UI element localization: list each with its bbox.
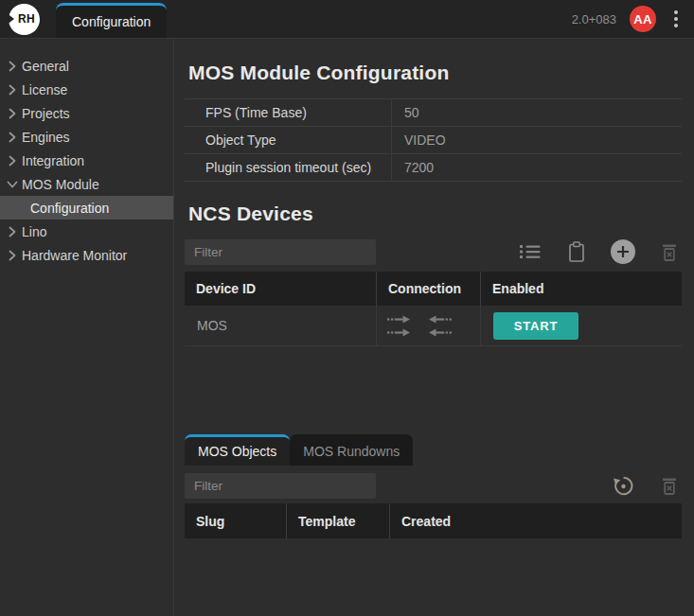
column-header-slug: Slug <box>185 503 287 538</box>
sidebar-item-label: General <box>22 59 69 74</box>
arrow-left-dashed-icon <box>428 315 452 324</box>
config-label: Plugin session timeout (sec) <box>185 154 392 181</box>
chevron-right-icon <box>9 226 22 238</box>
sidebar-item-label: MOS Module <box>22 177 99 192</box>
avatar-initials: AA <box>633 12 651 26</box>
logo-text: RH <box>13 12 35 26</box>
sidebar-item-license[interactable]: License <box>0 78 173 101</box>
sidebar-item-integration[interactable]: Integration <box>0 149 173 172</box>
delete-icon[interactable] <box>657 473 682 498</box>
column-header-created: Created <box>390 503 682 538</box>
sidebar-item-label: Configuration <box>30 201 109 216</box>
devices-table-header: Device ID Connection Enabled <box>185 272 682 306</box>
sidebar: General License Projects Engines Integra… <box>0 39 174 616</box>
refresh-icon[interactable] <box>611 473 635 498</box>
config-label: FPS (Time Base) <box>185 99 392 126</box>
sidebar-item-hardware-monitor[interactable]: Hardware Monitor <box>0 243 173 267</box>
config-row-plugin-timeout: Plugin session timeout (sec) 7200 <box>185 154 682 182</box>
config-row-object-type: Object Type VIDEO <box>185 127 682 154</box>
sidebar-item-engines[interactable]: Engines <box>0 125 173 149</box>
topbar: RH Configuration 2.0+083 AA <box>0 0 694 39</box>
tab-mos-objects-label: MOS Objects <box>198 444 276 459</box>
config-value[interactable]: 7200 <box>392 160 682 175</box>
app-logo: RH <box>9 4 40 35</box>
config-label: Object Type <box>185 127 392 153</box>
logo-notch-icon <box>6 12 14 26</box>
sidebar-item-lino[interactable]: Lino <box>0 220 173 243</box>
kebab-menu-icon[interactable] <box>671 8 681 30</box>
avatar[interactable]: AA <box>630 6 656 32</box>
chevron-right-icon <box>9 250 22 261</box>
section-title-mos-module-configuration: MOS Module Configuration <box>188 60 682 86</box>
objects-toolbar <box>185 472 682 499</box>
config-value[interactable]: 50 <box>392 105 682 120</box>
chevron-right-icon <box>9 132 22 143</box>
clipboard-icon[interactable] <box>564 239 589 264</box>
tab-mos-rundowns-label: MOS Rundowns <box>303 444 400 459</box>
add-icon[interactable] <box>611 239 635 264</box>
chevron-right-icon <box>9 155 22 167</box>
config-table: FPS (Time Base) 50 Object Type VIDEO Plu… <box>185 98 682 182</box>
sidebar-item-label: Projects <box>22 106 70 121</box>
main-content: MOS Module Configuration FPS (Time Base)… <box>174 39 694 616</box>
device-row-mos[interactable]: MOS START <box>185 306 682 346</box>
sidebar-item-general[interactable]: General <box>0 54 173 78</box>
sidebar-item-label: Engines <box>22 130 70 145</box>
connection-status-icons <box>377 315 452 337</box>
sidebar-item-label: License <box>22 82 67 97</box>
sidebar-item-configuration[interactable]: Configuration <box>0 196 173 220</box>
sidebar-item-label: Integration <box>22 153 84 168</box>
tab-mos-rundowns[interactable]: MOS Rundowns <box>290 434 413 466</box>
objects-filter-input[interactable] <box>185 473 376 499</box>
chevron-right-icon <box>9 108 22 119</box>
arrow-right-dashed-icon <box>387 315 411 324</box>
chevron-right-icon <box>9 84 22 96</box>
delete-icon[interactable] <box>657 239 682 264</box>
chevron-down-icon <box>9 179 22 190</box>
connection-cell <box>377 306 481 345</box>
tab-configuration-label: Configuration <box>72 14 151 29</box>
arrow-left-dashed-icon <box>428 328 452 337</box>
version-label: 2.0+083 <box>572 12 616 26</box>
app-window: RH Configuration 2.0+083 AA General Lice… <box>0 0 694 616</box>
sidebar-item-mos-module[interactable]: MOS Module <box>0 172 173 196</box>
column-header-device-id: Device ID <box>185 272 377 306</box>
column-header-enabled: Enabled <box>481 272 682 306</box>
add-icon-circle <box>611 239 635 264</box>
column-header-template: Template <box>287 503 390 538</box>
devices-toolbar <box>185 238 682 265</box>
sidebar-item-label: Lino <box>22 224 46 239</box>
arrow-right-dashed-icon <box>387 328 411 337</box>
column-header-connection: Connection <box>377 272 481 306</box>
tab-configuration[interactable]: Configuration <box>56 3 167 38</box>
config-row-fps: FPS (Time Base) 50 <box>185 99 682 127</box>
sidebar-item-projects[interactable]: Projects <box>0 101 173 125</box>
objects-table-header: Slug Template Created <box>185 503 682 538</box>
device-id-cell: MOS <box>185 306 377 345</box>
list-icon[interactable] <box>518 239 543 264</box>
config-value[interactable]: VIDEO <box>392 132 682 148</box>
devices-filter-input[interactable] <box>185 239 376 265</box>
tab-mos-objects[interactable]: MOS Objects <box>185 434 290 466</box>
chevron-right-icon <box>9 61 22 72</box>
sidebar-item-label: Hardware Monitor <box>22 248 127 263</box>
start-button[interactable]: START <box>493 312 578 340</box>
section-title-ncs-devices: NCS Devices <box>188 201 682 227</box>
objects-tabs: MOS Objects MOS Rundowns <box>185 434 682 466</box>
enabled-cell: START <box>481 306 682 345</box>
